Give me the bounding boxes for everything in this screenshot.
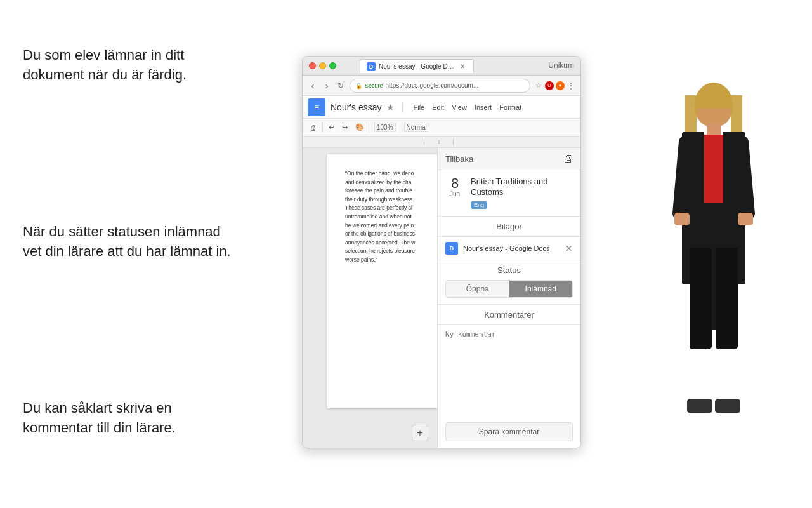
comment-input-area	[438, 325, 580, 422]
comments-section: Kommentarer Spara kommentar	[438, 305, 580, 448]
forward-nav-icon[interactable]: ›	[322, 81, 332, 91]
attachment-name: Nour's essay - Google Docs	[463, 244, 560, 252]
docs-menu: File Edit View Insert Format	[413, 104, 521, 111]
browser-window: D Nour's essay - Google Docs ✕ Unikum ‹ …	[302, 56, 581, 448]
instruction-1: Du som elev lämnar in dittdokument när d…	[23, 46, 264, 85]
kommentarer-label: Kommentarer	[438, 305, 580, 325]
secure-text: Secure	[365, 83, 383, 89]
tab-title: Nour's essay - Google Docs	[379, 63, 455, 70]
comment-input[interactable]	[445, 330, 573, 368]
date-number: 8	[451, 177, 459, 190]
docs-title: Nour's essay	[331, 102, 381, 112]
address-bar: ‹ › ↻ 🔒 Secure https://docs.google.com/d…	[303, 76, 580, 96]
close-button[interactable]	[309, 62, 316, 69]
reload-icon[interactable]: ↻	[336, 81, 346, 91]
date-box: 8 Jun	[445, 177, 464, 197]
paint-format-icon[interactable]: 🎨	[353, 123, 366, 131]
instruction-2: När du sätter statusen inlämnadvet din l…	[23, 222, 264, 262]
assignment-entry: 8 Jun British Traditions and Customs Eng	[438, 170, 580, 217]
menu-file[interactable]: File	[413, 104, 424, 111]
status-section: Status Öppna Inlämnad	[438, 260, 580, 305]
tab-close-icon[interactable]: ✕	[458, 62, 467, 71]
person-figure	[641, 83, 787, 438]
docs-app-icon: ≡	[308, 98, 325, 116]
bookmark-icon[interactable]: ☆	[534, 81, 543, 90]
browser-tab[interactable]: D Nour's essay - Google Docs ✕	[360, 59, 474, 73]
assignment-title: British Traditions and Customs	[471, 177, 573, 198]
menu-insert[interactable]: Insert	[475, 104, 492, 111]
minimize-button[interactable]	[319, 62, 326, 69]
menu-format[interactable]: Format	[499, 104, 521, 111]
date-month: Jun	[450, 190, 460, 197]
ext-icon-2[interactable]: ●	[556, 81, 565, 90]
docs-ruler: │ 1 │	[303, 137, 580, 148]
panel-header: Tillbaka 🖨	[438, 148, 580, 170]
address-icons: ☆ U ● ⋮	[534, 81, 575, 90]
docs-toolbar2: 🖨 ↩ ↪ 🎨 100% Normal	[303, 119, 580, 137]
docs-main-area: │ 1 │ "On the other hand, we deno and de…	[303, 137, 580, 448]
undo-icon[interactable]: ↩	[327, 123, 336, 131]
status-inlamnad-button[interactable]: Inlämnad	[509, 281, 573, 297]
attachment-close-icon[interactable]: ✕	[565, 243, 573, 253]
status-oppna-button[interactable]: Öppna	[446, 281, 509, 297]
instructions-area: Du som elev lämnar in dittdokument när d…	[23, 46, 264, 85]
back-nav-icon[interactable]: ‹	[308, 81, 318, 91]
plus-button[interactable]: +	[412, 425, 428, 441]
print-icon[interactable]: 🖨	[308, 124, 318, 131]
address-field[interactable]: 🔒 Secure https://docs.google.com/docum..…	[350, 79, 530, 93]
menu-view[interactable]: View	[452, 104, 467, 111]
status-toggle: Öppna Inlämnad	[445, 280, 573, 298]
browser-titlebar: D Nour's essay - Google Docs ✕ Unikum	[303, 57, 580, 76]
assignment-info: British Traditions and Customs Eng	[471, 177, 573, 210]
back-button[interactable]: Tillbaka	[445, 154, 473, 164]
save-comment-button[interactable]: Spara kommentar	[445, 422, 573, 441]
panel-print-icon[interactable]: 🖨	[563, 153, 573, 164]
docs-star-icon[interactable]: ★	[386, 102, 395, 112]
assignment-badge: Eng	[471, 201, 487, 209]
unikum-panel: Tillbaka 🖨 8 Jun British Traditions and …	[437, 148, 580, 448]
ext-icon-1[interactable]: U	[545, 81, 554, 90]
menu-edit[interactable]: Edit	[432, 104, 444, 111]
tab-favicon: D	[367, 62, 376, 71]
secure-icon: 🔒	[355, 83, 362, 89]
instruction-3: Du kan såklart skriva enkommentar till d…	[23, 399, 264, 438]
redo-icon[interactable]: ↪	[340, 123, 350, 131]
zoom-select[interactable]: 100%	[374, 123, 396, 132]
address-url: https://docs.google.com/docum...	[386, 82, 479, 89]
attachment-icon: D	[445, 242, 458, 255]
unikum-label: Unikum	[548, 61, 574, 70]
docs-canvas: "On the other hand, we deno and demorali…	[303, 148, 580, 448]
traffic-lights	[309, 62, 336, 69]
attachment-row: D Nour's essay - Google Docs ✕	[438, 237, 580, 260]
view-mode-select[interactable]: Normal	[404, 123, 429, 132]
maximize-button[interactable]	[329, 62, 336, 69]
docs-toolbar: ≡ Nour's essay ★ File Edit View Insert F…	[303, 96, 580, 119]
status-label: Status	[438, 260, 580, 280]
more-icon[interactable]: ⋮	[566, 81, 575, 90]
bilagor-label: Bilagor	[438, 217, 580, 237]
